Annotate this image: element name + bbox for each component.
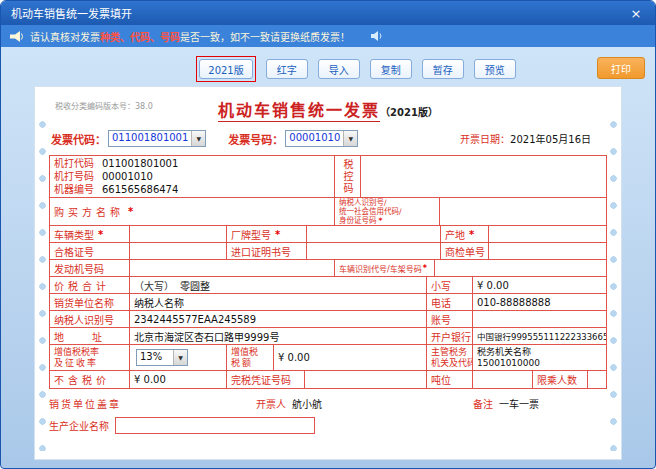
field-address[interactable]: 北京市海淀区杏石口路甲9999号 — [130, 328, 427, 344]
print-no-value: 00001010 — [102, 170, 153, 183]
row-machine-codes: 机打代码011001801001 机打号码00001010 机器编号661565… — [50, 156, 606, 198]
phone-label-cell: 电话 — [427, 294, 473, 310]
notice-bar: 请认真核对发票种类、代码、号码是否一致，如不一致请更换纸质发票！ — [1, 25, 655, 47]
import-cert-label-cell: 进口证明书号 — [227, 243, 307, 259]
tax-cert-label-cell: 完税凭证号码 — [227, 371, 305, 388]
address-label-cell: 地址 — [50, 328, 130, 344]
copy-button[interactable]: 复制 — [370, 59, 412, 79]
field-bank[interactable]: 中国银行9995551112223336655544 — [473, 328, 606, 344]
small-total-label: 小写 — [431, 278, 451, 293]
field-buyer-id[interactable] — [440, 198, 606, 225]
field-vin[interactable] — [435, 260, 606, 276]
import-button[interactable]: 导入 — [318, 59, 360, 79]
perforation-dots-right — [610, 121, 617, 451]
row-address-bank: 地址 北京市海淀区杏石口路甲9999号 开户银行 中国银行99955511122… — [50, 328, 606, 345]
vat-rate-label-cell: 增值税税率 及征收率 — [50, 345, 130, 370]
field-vehicle-type[interactable] — [130, 226, 227, 242]
tax-control-label: 税控码 — [335, 156, 361, 197]
seller-taxid-label: 纳税人识别号 — [54, 312, 114, 327]
toolbar-button-group: 2021版 红字 导入 复制 暂存 预览 — [196, 56, 515, 82]
field-net-price[interactable]: ¥ 0.00 — [130, 371, 227, 388]
invoice-code-label: 发票代码： — [51, 131, 106, 147]
caps-label: （大写） — [134, 278, 174, 293]
machine-no-label: 机器编号 — [54, 183, 94, 196]
address-value: 北京市海淀区杏石口路甲9999号 — [134, 329, 279, 344]
vin-label-cell: 车辆识别代号/车架号码* — [335, 260, 435, 276]
seller-stamp-label: 销货单位盖章 — [49, 396, 121, 411]
invoice-title-main: 机动车销售统一发票 — [218, 101, 380, 122]
field-tax-cert-no[interactable] — [305, 371, 427, 388]
field-tax-control-code[interactable] — [361, 156, 606, 197]
chevron-down-icon[interactable]: ▼ — [173, 350, 187, 365]
account-label: 账号 — [431, 312, 451, 327]
import-cert-label: 进口证明书号 — [231, 244, 291, 259]
vat-rate-label-line2: 及征收率 — [54, 358, 98, 369]
field-caps-total[interactable]: （大写）零圆整 — [130, 277, 427, 293]
red-invoice-button[interactable]: 红字 — [266, 59, 308, 79]
seating-label-cell: 限乘人数 — [533, 371, 588, 388]
field-seating[interactable] — [588, 371, 606, 388]
field-account[interactable] — [473, 311, 606, 327]
caps-total-value: 零圆整 — [180, 278, 210, 293]
field-cert-no[interactable] — [130, 243, 227, 259]
required-star: * — [128, 206, 133, 217]
print-button[interactable]: 打印 — [597, 57, 645, 79]
engine-no-label: 发动机号码 — [54, 261, 104, 276]
total-label-cell: 价税合计 — [50, 277, 130, 293]
print-code-value: 011001801001 — [102, 157, 178, 170]
remark-label: 备注 — [473, 396, 493, 411]
speaker-icon[interactable] — [370, 30, 384, 42]
origin-label-cell: 产地* — [441, 226, 489, 242]
chevron-down-icon[interactable]: ▼ — [191, 131, 205, 146]
version-selection-box: 2021版 — [196, 56, 255, 82]
version-2021-button[interactable]: 2021版 — [199, 59, 252, 79]
manufacturer-input[interactable] — [115, 417, 315, 434]
brand-label-cell: 厂牌型号* — [227, 226, 307, 242]
tax-cert-label: 完税凭证号码 — [231, 372, 291, 387]
authority-name: 税务机关名称 — [477, 347, 531, 358]
required-star: * — [275, 229, 280, 240]
invoice-code-select[interactable]: 011001801001 ▼ — [108, 130, 206, 147]
field-brand-model[interactable] — [307, 226, 441, 242]
field-seller-taxid[interactable]: 2342445577EAA245589 — [130, 311, 427, 327]
field-tonnage[interactable] — [473, 371, 533, 388]
field-import-cert-no[interactable] — [307, 243, 441, 259]
field-vat-amount[interactable]: ¥ 0.00 — [274, 345, 427, 370]
vin-label: 车辆识别代号/车架号码 — [339, 263, 422, 274]
seating-label: 限乘人数 — [537, 372, 577, 387]
total-label: 价税合计 — [54, 278, 110, 293]
inspection-label: 商检单号 — [445, 244, 485, 259]
buyer-name-cell[interactable]: 购买方名称* — [50, 198, 335, 225]
field-phone[interactable]: 010-88888888 — [473, 294, 606, 310]
close-icon[interactable]: × — [627, 6, 645, 21]
issuer-label: 开票人 — [256, 396, 286, 411]
row-net-price: 不含税价 ¥ 0.00 完税凭证号码 吨位 限乘人数 — [50, 371, 606, 388]
window-title: 机动车销售统一发票填开 — [11, 5, 132, 21]
vat-amount-value: ¥ 0.00 — [278, 352, 310, 363]
small-total-value: ¥ 0.00 — [477, 280, 509, 291]
vat-rate-select[interactable]: 13% ▼ — [136, 349, 188, 366]
chevron-down-icon[interactable]: ▼ — [343, 131, 357, 146]
net-price-value: ¥ 0.00 — [134, 374, 166, 385]
machine-codes-cell: 机打代码011001801001 机打号码00001010 机器编号661565… — [50, 156, 335, 197]
authority-label-line1: 主管税务 — [431, 347, 467, 358]
field-origin[interactable] — [489, 226, 606, 242]
print-no-label: 机打号码 — [54, 170, 94, 183]
authority-label-cell: 主管税务 机关及代码 — [427, 345, 473, 370]
field-engine-no[interactable] — [130, 260, 335, 276]
invoice-paper: 税收分类编码版本号：38.0 机动车销售统一发票（2021版） 发票代码： 01… — [34, 86, 622, 460]
invoice-number-select[interactable]: 00001010 ▼ — [285, 130, 358, 147]
phone-label: 电话 — [431, 295, 451, 310]
issue-date-value: 2021年05月16日 — [510, 134, 591, 145]
buyer-name-label: 购买方名称 — [54, 204, 124, 219]
field-inspection-no[interactable] — [489, 243, 606, 259]
field-authority[interactable]: 税务机关名称 15001010000 — [473, 345, 606, 370]
seller-taxid-label-cell: 纳税人识别号 — [50, 311, 130, 327]
temp-save-button[interactable]: 暂存 — [422, 59, 464, 79]
perforation-dots-left — [39, 121, 46, 451]
field-seller-name[interactable]: 纳税人名称 — [130, 294, 427, 310]
issue-date-label: 开票日期： — [460, 134, 510, 145]
field-small-total[interactable]: ¥ 0.00 — [473, 277, 606, 293]
invoice-table: 机打代码011001801001 机打号码00001010 机器编号661565… — [49, 155, 607, 389]
preview-button[interactable]: 预览 — [474, 59, 516, 79]
